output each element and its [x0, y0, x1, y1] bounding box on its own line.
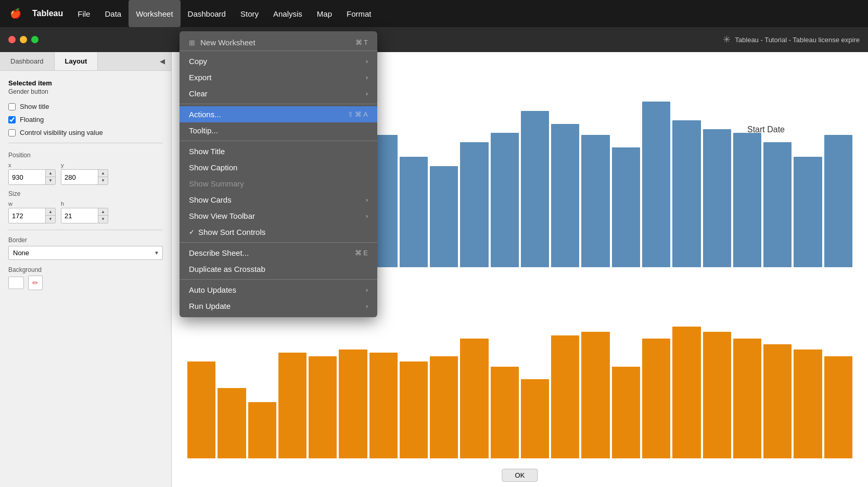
ctx-actions[interactable]: Actions... ⇧ ⌘ A: [180, 106, 377, 122]
file-menu-label: File: [78, 9, 90, 18]
bar-orange: [672, 327, 700, 459]
copy-chevron: ›: [366, 58, 368, 65]
h-label: h: [61, 201, 108, 207]
bar-blue: [794, 157, 822, 267]
title-bar: ✳ Tableau - Tutorial - Tableau license e…: [0, 27, 868, 52]
x-input[interactable]: [9, 170, 45, 184]
separator-4: [180, 279, 377, 280]
x-increment[interactable]: ▲: [46, 170, 55, 177]
ctx-auto-updates[interactable]: Auto Updates ›: [180, 282, 377, 298]
story-menu-item[interactable]: Story: [233, 0, 266, 27]
position-section: Position x ▲ ▼ y: [8, 152, 163, 223]
window-title: ✳ Tableau - Tutorial - Tableau license e…: [723, 34, 860, 45]
ctx-show-view-toolbar[interactable]: Show View Toolbar ›: [180, 208, 377, 224]
ctx-duplicate-as-crosstab[interactable]: Duplicate as Crosstab: [180, 261, 377, 277]
ctx-describe-sheet[interactable]: Describe Sheet... ⌘ E: [180, 245, 377, 261]
y-increment[interactable]: ▲: [98, 170, 108, 177]
h-increment[interactable]: ▲: [98, 208, 108, 216]
ctx-tooltip[interactable]: Tooltip...: [180, 122, 377, 139]
separator-3: [180, 242, 377, 243]
ctx-show-cards[interactable]: Show Cards ›: [180, 192, 377, 208]
bg-pencil-button[interactable]: ✏: [28, 276, 43, 290]
y-decrement[interactable]: ▼: [98, 177, 108, 184]
bar-blue: [460, 142, 488, 267]
clear-chevron: ›: [366, 90, 368, 97]
control-visibility-checkbox[interactable]: [8, 129, 16, 136]
x-arrows: ▲ ▼: [45, 170, 55, 184]
bar-blue: [824, 135, 852, 267]
h-input[interactable]: [61, 208, 98, 223]
map-menu-item[interactable]: Map: [310, 0, 339, 27]
globe-icon: ✳: [723, 34, 731, 45]
context-menu: ⊞ New Worksheet ⌘ T Copy › Export › Clea…: [180, 31, 377, 317]
minimize-button[interactable]: [20, 36, 27, 43]
ctx-new-worksheet[interactable]: ⊞ New Worksheet ⌘ T: [180, 34, 377, 51]
h-decrement[interactable]: ▼: [98, 216, 108, 223]
bg-color-swatch[interactable]: [8, 277, 24, 289]
tableau-menu-item[interactable]: Tableau: [25, 0, 70, 27]
show-title-checkbox[interactable]: [8, 103, 16, 110]
tab-dashboard[interactable]: Dashboard: [0, 52, 55, 70]
bar-orange: [460, 339, 488, 458]
w-input[interactable]: [9, 208, 45, 223]
worksheet-menu-item[interactable]: Worksheet: [129, 0, 180, 27]
w-increment[interactable]: ▲: [46, 208, 55, 216]
bar-orange: [218, 388, 246, 458]
ctx-copy[interactable]: Copy ›: [180, 53, 377, 69]
bar-blue: [400, 157, 428, 267]
run-update-chevron: ›: [366, 303, 368, 310]
control-visibility-row: Control visibility using value: [8, 129, 163, 136]
show-sort-controls-label: Show Sort Controls: [198, 228, 265, 236]
ctx-show-title[interactable]: Show Title: [180, 143, 377, 159]
apple-menu-item[interactable]: 🍎: [6, 0, 25, 27]
show-view-toolbar-chevron: ›: [366, 213, 368, 220]
ctx-clear[interactable]: Clear ›: [180, 85, 377, 102]
bar-orange: [339, 349, 367, 459]
clear-label: Clear: [189, 89, 208, 98]
apple-icon: 🍎: [10, 8, 21, 19]
x-input-wrap: ▲ ▼: [8, 169, 56, 185]
bar-orange: [278, 353, 307, 458]
maximize-button[interactable]: [31, 36, 39, 43]
border-dropdown-arrow: ▼: [151, 250, 162, 256]
ctx-show-sort-controls[interactable]: ✓ Show Sort Controls: [180, 224, 377, 240]
x-field: x ▲ ▼: [8, 162, 56, 185]
file-menu-item[interactable]: File: [70, 0, 97, 27]
y-field: y ▲ ▼: [61, 162, 108, 185]
ctx-run-update[interactable]: Run Update ›: [180, 298, 377, 314]
analysis-menu-item[interactable]: Analysis: [266, 0, 310, 27]
floating-checkbox[interactable]: [8, 116, 16, 123]
dashboard-menu-item[interactable]: Dashboard: [181, 0, 233, 27]
close-button[interactable]: [8, 36, 16, 43]
ok-button[interactable]: OK: [502, 469, 538, 482]
w-input-wrap: ▲ ▼: [8, 208, 56, 223]
panel-collapse-button[interactable]: ◀: [154, 52, 171, 70]
copy-label: Copy: [189, 57, 207, 66]
border-select-wrap: None ▼: [8, 246, 163, 260]
ctx-export[interactable]: Export ›: [180, 69, 377, 85]
h-field: h ▲ ▼: [61, 201, 108, 223]
new-worksheet-shortcut: ⌘ T: [355, 39, 368, 46]
duplicate-as-crosstab-label: Duplicate as Crosstab: [189, 265, 265, 273]
ctx-show-caption[interactable]: Show Caption: [180, 159, 377, 176]
tab-layout[interactable]: Layout: [55, 52, 98, 70]
border-select[interactable]: None: [9, 246, 151, 259]
new-worksheet-icon: ⊞: [189, 39, 195, 47]
w-decrement[interactable]: ▼: [46, 216, 55, 223]
panel-content: Selected item Gender button Show title F…: [0, 71, 171, 298]
bar-orange: [703, 332, 731, 458]
bar-blue: [763, 142, 792, 267]
show-title-row: Show title: [8, 103, 163, 110]
floating-row: Floating: [8, 116, 163, 123]
position-label: Position: [8, 152, 163, 159]
y-input[interactable]: [61, 170, 98, 184]
background-section: Background ✏: [8, 266, 163, 290]
size-label: Size: [8, 190, 163, 197]
format-menu-item[interactable]: Format: [339, 0, 379, 27]
x-decrement[interactable]: ▼: [46, 177, 55, 184]
y-input-wrap: ▲ ▼: [61, 169, 108, 185]
wh-row: w ▲ ▼ h ▲ ▼: [8, 201, 163, 223]
analysis-menu-label: Analysis: [273, 9, 302, 18]
data-menu-item[interactable]: Data: [97, 0, 129, 27]
floating-label: Floating: [20, 116, 44, 123]
